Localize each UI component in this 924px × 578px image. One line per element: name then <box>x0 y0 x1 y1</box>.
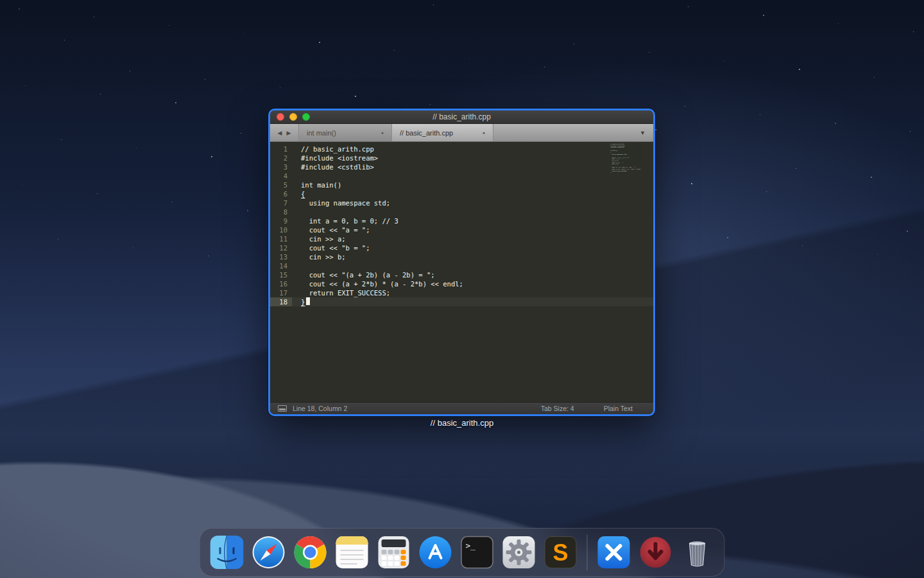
dock-item-blue-app[interactable] <box>596 534 632 570</box>
dock-item-notes[interactable] <box>334 534 370 570</box>
code-text: #include <cstdlib> <box>301 162 374 171</box>
line-number[interactable]: 10 <box>270 225 292 234</box>
line-number[interactable]: 7 <box>270 198 292 207</box>
sublime-text-window: // basic_arith.cpp ◀ ▶ int main() ● // b… <box>268 109 655 416</box>
code-text: cout << "(a + 2b) (a - 2b) = "; <box>301 270 435 279</box>
zoom-button[interactable] <box>302 113 310 121</box>
tab-modified-icon[interactable]: ● <box>381 130 384 135</box>
minimap-content: // basic_arith.cpp #include <iostream> #… <box>610 143 619 173</box>
tab-modified-icon[interactable]: ● <box>483 130 485 135</box>
status-left: Line 18, Column 2 <box>271 405 347 412</box>
dock-item-red-app[interactable] <box>638 534 674 570</box>
line-number[interactable]: 13 <box>270 252 292 261</box>
app-store-icon <box>418 534 454 570</box>
overview-panel-icon[interactable] <box>278 405 287 412</box>
text-caret <box>306 297 310 305</box>
code-line[interactable]: 10 cout << "a = "; <box>270 225 653 234</box>
dock-item-app-store[interactable] <box>418 534 454 570</box>
back-icon[interactable]: ◀ <box>278 130 282 136</box>
line-number[interactable]: 5 <box>270 180 292 189</box>
sublime-text-icon: S <box>543 534 579 570</box>
code-line[interactable]: 17 return EXIT_SUCCESS; <box>270 288 653 297</box>
code-line[interactable]: 9 int a = 0, b = 0; // 3 <box>270 216 653 225</box>
minimap[interactable]: // basic_arith.cpp #include <iostream> #… <box>610 143 653 184</box>
code-line[interactable]: 12 cout << "b = "; <box>270 243 653 252</box>
safari-icon <box>251 534 287 570</box>
code-line[interactable]: 2#include <iostream> <box>270 153 653 162</box>
code-line[interactable]: 14 <box>270 261 653 270</box>
tab-label: int main() <box>307 129 336 137</box>
status-bar: Line 18, Column 2 Tab Size: 4 Plain Text <box>270 402 653 414</box>
tab-int-main[interactable]: int main() ● <box>298 124 392 141</box>
terminal-prompt-glyph: >_ <box>466 541 476 550</box>
tab-nav-arrows: ◀ ▶ <box>270 124 298 141</box>
line-number[interactable]: 12 <box>270 243 292 252</box>
line-number[interactable]: 14 <box>270 261 292 270</box>
status-right: Tab Size: 4 Plain Text <box>541 405 652 412</box>
notes-icon <box>334 534 370 570</box>
code-line[interactable]: 6{ <box>270 189 653 198</box>
calculator-icon <box>376 534 412 570</box>
code-line[interactable]: 1// basic_arith.cpp <box>270 144 653 153</box>
syntax-setting[interactable]: Plain Text <box>604 405 633 412</box>
dock-item-finder[interactable] <box>209 534 245 570</box>
dock-item-sublime-text[interactable]: S <box>543 534 579 570</box>
tab-overflow-icon[interactable]: ▼ <box>640 130 646 136</box>
finder-icon <box>209 534 245 570</box>
window-titlebar[interactable]: // basic_arith.cpp <box>270 110 653 124</box>
window-caption: // basic_arith.cpp <box>0 418 924 428</box>
code-editor[interactable]: 1// basic_arith.cpp2#include <iostream>3… <box>270 142 653 402</box>
code-text: cin >> a; <box>301 234 346 243</box>
code-line[interactable]: 18} <box>270 297 653 306</box>
code-text: } <box>301 297 305 306</box>
code-line[interactable]: 16 cout << (a + 2*b) * (a - 2*b) << endl… <box>270 279 653 288</box>
window-title: // basic_arith.cpp <box>270 112 653 121</box>
line-number[interactable]: 2 <box>270 153 292 162</box>
trash-icon <box>680 534 715 570</box>
code-line[interactable]: 3#include <cstdlib> <box>270 162 653 171</box>
dock-item-calculator[interactable] <box>376 534 412 570</box>
line-number[interactable]: 3 <box>270 162 292 171</box>
cursor-position: Line 18, Column 2 <box>293 405 347 412</box>
dock: >_ S <box>200 528 725 577</box>
forward-icon[interactable]: ▶ <box>287 130 291 136</box>
system-preferences-icon <box>501 534 537 570</box>
chrome-icon <box>293 534 329 570</box>
line-number[interactable]: 16 <box>270 279 292 288</box>
code-text: cin >> b; <box>301 252 346 261</box>
minimize-button[interactable] <box>289 113 297 121</box>
dock-item-terminal[interactable]: >_ <box>459 534 495 570</box>
code-lines: 1// basic_arith.cpp2#include <iostream>3… <box>270 144 653 306</box>
line-number[interactable]: 8 <box>270 207 292 216</box>
line-number[interactable]: 18 <box>270 297 292 306</box>
code-line[interactable]: 5int main() <box>270 180 653 189</box>
dock-item-chrome[interactable] <box>293 534 329 570</box>
dock-item-safari[interactable] <box>251 534 287 570</box>
code-text: using namespace std; <box>301 198 390 207</box>
tab-basic-arith[interactable]: // basic_arith.cpp ● <box>392 124 493 141</box>
line-number[interactable]: 6 <box>270 189 292 198</box>
code-text: #include <iostream> <box>301 153 378 162</box>
line-number[interactable]: 9 <box>270 216 292 225</box>
line-number[interactable]: 4 <box>270 171 292 180</box>
code-line[interactable]: 13 cin >> b; <box>270 252 653 261</box>
tab-size-setting[interactable]: Tab Size: 4 <box>541 405 574 412</box>
red-circle-app-icon <box>638 534 674 570</box>
tab-bar: ◀ ▶ int main() ● // basic_arith.cpp ● ▼ <box>270 124 653 142</box>
code-text: int main() <box>301 180 341 189</box>
code-line[interactable]: 7 using namespace std; <box>270 198 653 207</box>
code-text: cout << "a = "; <box>301 225 370 234</box>
code-line[interactable]: 15 cout << "(a + 2b) (a - 2b) = "; <box>270 270 653 279</box>
dock-item-trash[interactable] <box>680 534 715 570</box>
dock-item-system-preferences[interactable] <box>501 534 537 570</box>
traffic-lights <box>277 110 310 123</box>
code-line[interactable]: 4 <box>270 171 653 180</box>
line-number[interactable]: 1 <box>270 144 292 153</box>
line-number[interactable]: 11 <box>270 234 292 243</box>
code-line[interactable]: 11 cin >> a; <box>270 234 653 243</box>
line-number[interactable]: 15 <box>270 270 292 279</box>
line-number[interactable]: 17 <box>270 288 292 297</box>
code-line[interactable]: 8 <box>270 207 653 216</box>
close-button[interactable] <box>277 113 284 121</box>
blue-app-icon <box>596 534 632 570</box>
